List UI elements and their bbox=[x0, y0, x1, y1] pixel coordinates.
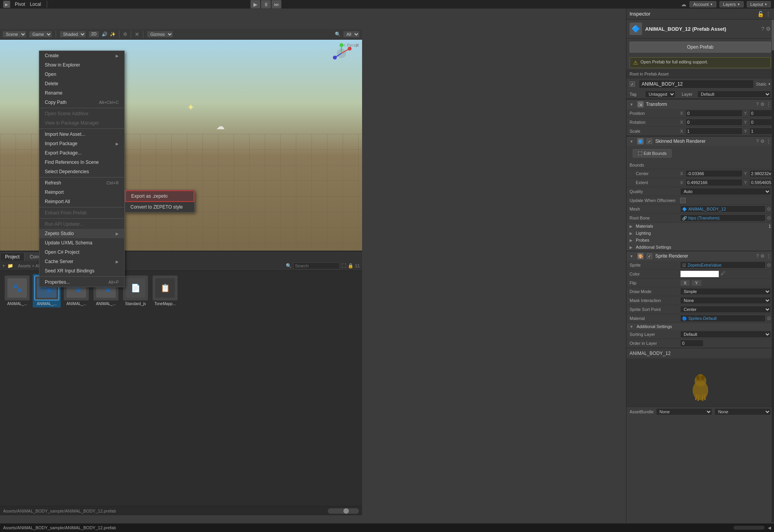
ctx-export-pkg[interactable]: Export Package... bbox=[39, 148, 124, 158]
tab-project[interactable]: Project bbox=[0, 253, 25, 261]
ctx-seed-xr[interactable]: Seed XR Input Bindings bbox=[39, 266, 124, 276]
skinned-mesh-enabled[interactable] bbox=[647, 139, 652, 144]
sorting-layer-select[interactable]: Default bbox=[680, 331, 771, 338]
mesh-select-btn[interactable]: ⊙ bbox=[767, 206, 771, 212]
scene-close-btn[interactable]: ✕ bbox=[355, 42, 360, 48]
pause-button[interactable]: ⏸ bbox=[261, 0, 271, 9]
sprite-additional-header[interactable]: ▼ Additional Settings bbox=[626, 323, 774, 330]
color-box[interactable] bbox=[680, 270, 719, 277]
ctx-open[interactable]: Open bbox=[39, 70, 124, 79]
asset-bundle-variant-select[interactable]: None bbox=[714, 408, 771, 415]
close-scene-icon[interactable]: ✕ bbox=[135, 31, 139, 37]
asset-item-0[interactable]: 🐾 ANIMAL_... bbox=[3, 274, 31, 307]
transform-info-btn[interactable]: ? bbox=[756, 102, 759, 107]
sprite-settings-btn[interactable]: ⚙ bbox=[760, 253, 765, 259]
transform-settings-btn[interactable]: ⚙ bbox=[760, 102, 765, 107]
draw-mode-select[interactable]: Simple bbox=[680, 288, 771, 295]
pos-y-field[interactable] bbox=[749, 110, 774, 117]
submenu-export-zepeto[interactable]: Export as .zepeto bbox=[125, 190, 194, 202]
mesh-ref-field[interactable]: 🔷 ANIMAL_BODY_12 bbox=[680, 205, 765, 212]
skinned-additional-header[interactable]: ▶ Additional Settings bbox=[626, 244, 774, 251]
skinned-info-btn[interactable]: ? bbox=[756, 139, 759, 144]
object-enabled-check[interactable] bbox=[630, 81, 635, 87]
root-section[interactable]: Root in Prefab Asset bbox=[626, 70, 774, 78]
gizmos-select[interactable]: Gizmos bbox=[147, 31, 173, 38]
ctx-import-pkg[interactable]: Import Package ▶ bbox=[39, 139, 124, 148]
ctx-show-explorer[interactable]: Show in Explorer bbox=[39, 60, 124, 70]
ctx-rename[interactable]: Rename bbox=[39, 88, 124, 98]
search-input[interactable] bbox=[293, 262, 340, 269]
root-bone-select-btn[interactable]: ⊙ bbox=[767, 215, 771, 221]
ctx-delete[interactable]: Delete bbox=[39, 79, 124, 88]
ctx-find-refs[interactable]: Find References In Scene bbox=[39, 158, 124, 167]
ctx-refresh[interactable]: Refresh Ctrl+R bbox=[39, 178, 124, 188]
account-btn[interactable]: Account ▼ bbox=[690, 1, 716, 7]
order-layer-field[interactable] bbox=[680, 340, 704, 347]
eyedropper-icon[interactable]: 🖊 bbox=[721, 270, 725, 277]
pivot-btn[interactable]: Pivot bbox=[15, 2, 25, 7]
all-select[interactable]: All bbox=[343, 31, 360, 38]
collapse-icon[interactable]: ◀ bbox=[768, 525, 771, 530]
object-name-field[interactable] bbox=[639, 80, 754, 88]
game-tab-select[interactable]: Game bbox=[29, 31, 52, 38]
asset-item-5[interactable]: 📋 ToneMapp... bbox=[151, 274, 179, 307]
sort-point-select[interactable]: Center bbox=[680, 306, 771, 313]
layout-btn[interactable]: Layout ▼ bbox=[747, 1, 771, 7]
sprite-info-btn[interactable]: ? bbox=[756, 253, 759, 259]
inspector-scrollbar[interactable] bbox=[772, 19, 774, 522]
create-icon[interactable]: + bbox=[2, 263, 5, 269]
ctx-open-csharp[interactable]: Open C# Project bbox=[39, 248, 124, 257]
material-ref-field[interactable]: 🔵 Sprites-Default bbox=[680, 315, 765, 322]
ctx-reimport[interactable]: Reimport bbox=[39, 188, 124, 197]
layers-btn[interactable]: Layers ▼ bbox=[719, 1, 744, 7]
ctx-import-new[interactable]: Import New Asset... bbox=[39, 130, 124, 139]
lighting-header[interactable]: ▶ Lighting bbox=[626, 230, 774, 237]
quality-select[interactable]: Auto bbox=[680, 188, 771, 195]
layer-select[interactable]: Default bbox=[697, 91, 771, 98]
scene-settings-icon[interactable]: ⚙ bbox=[123, 32, 127, 37]
scale-y-field[interactable] bbox=[749, 128, 774, 135]
2d-btn[interactable]: 2D bbox=[88, 31, 99, 38]
open-prefab-btn[interactable]: Open Prefab bbox=[630, 42, 771, 53]
flip-y-btn[interactable]: Y bbox=[691, 280, 701, 286]
step-button[interactable]: ⏭ bbox=[271, 0, 281, 9]
center-x-field[interactable] bbox=[686, 170, 742, 177]
local-btn[interactable]: Local bbox=[30, 2, 41, 7]
lock-inspector-btn[interactable]: 🔓 bbox=[757, 11, 764, 17]
more-options-btn[interactable]: ⋮ bbox=[765, 11, 771, 17]
materials-header[interactable]: ▶ Materials 1 bbox=[626, 223, 774, 230]
shaded-select[interactable]: Shaded bbox=[60, 31, 86, 38]
edit-bounds-btn[interactable]: ⛶ Edit Bounds bbox=[633, 149, 672, 158]
flip-x-btn[interactable]: X bbox=[680, 280, 690, 286]
ctx-cache-server[interactable]: Cache Server ▶ bbox=[39, 257, 124, 266]
sprite-renderer-header[interactable]: ▼ 🎨 Sprite Renderer ? ⚙ ⋮ bbox=[626, 251, 774, 261]
update-offscreen-check[interactable] bbox=[680, 198, 686, 203]
material-select-btn[interactable]: ⊙ bbox=[767, 316, 771, 321]
center-y-field[interactable] bbox=[749, 170, 774, 177]
sprite-renderer-enabled[interactable] bbox=[647, 253, 652, 259]
submenu-convert-zepeto[interactable]: Convert to ZEPETO style bbox=[125, 202, 194, 212]
scene-tab-select[interactable]: Scene bbox=[2, 31, 26, 38]
skinned-mesh-header[interactable]: ▼ 🔷 Skinned Mesh Renderer ? ⚙ ⋮ bbox=[626, 136, 774, 146]
sprite-select-btn[interactable]: ⊙ bbox=[767, 262, 771, 268]
asset-item-4[interactable]: 📄 Standard_js bbox=[121, 274, 150, 307]
extent-y-field[interactable] bbox=[749, 179, 774, 186]
tag-select[interactable]: Untagged bbox=[645, 91, 675, 98]
sprite-menu-btn[interactable]: ⋮ bbox=[766, 253, 771, 259]
play-button[interactable]: ▶ bbox=[250, 0, 260, 9]
probes-header[interactable]: ▶ Probes bbox=[626, 237, 774, 244]
skinned-menu-btn[interactable]: ⋮ bbox=[766, 139, 771, 144]
size-slider[interactable] bbox=[328, 508, 359, 514]
asset-bundle-select[interactable]: None bbox=[656, 408, 712, 415]
ctx-select-deps[interactable]: Select Dependencies bbox=[39, 167, 124, 176]
ctx-reimport-all[interactable]: Reimport All bbox=[39, 197, 124, 206]
ctx-zepeto-studio[interactable]: Zepeto Studio ▶ bbox=[39, 229, 124, 238]
ctx-copy-path[interactable]: Copy Path Alt+Ctrl+C bbox=[39, 98, 124, 107]
root-bone-ref-field[interactable]: 🔗 hips (Transform) bbox=[680, 214, 765, 221]
transform-menu-btn[interactable]: ⋮ bbox=[766, 102, 771, 107]
mask-select[interactable]: None bbox=[680, 297, 771, 304]
transform-header[interactable]: ▼ ⇲ Transform ? ⚙ ⋮ bbox=[626, 99, 774, 109]
extent-x-field[interactable] bbox=[686, 179, 742, 186]
rot-x-field[interactable] bbox=[686, 119, 742, 126]
skinned-settings-btn[interactable]: ⚙ bbox=[760, 139, 765, 144]
